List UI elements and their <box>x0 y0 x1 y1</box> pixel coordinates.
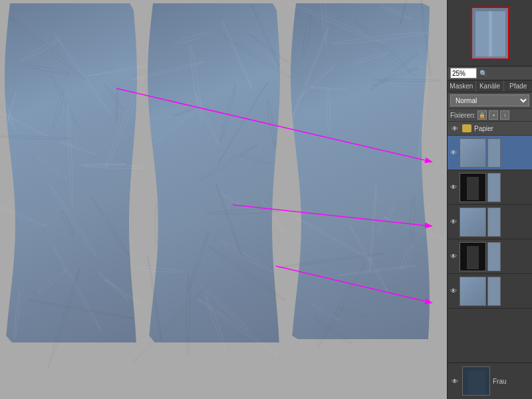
fix-row: Fixieren: 🔒 + ↕ <box>448 109 532 122</box>
tab-kanale[interactable]: Kanäle <box>476 80 505 92</box>
layer-mask-1 <box>487 138 501 168</box>
folder-icon-group <box>462 124 471 132</box>
layer-group-papier[interactable]: 👁 Papier <box>448 122 532 136</box>
blend-mode-row: Normal <box>448 92 532 109</box>
fix-label: Fixieren: <box>450 112 475 119</box>
layer-thumb-5 <box>460 277 486 306</box>
lock-icon[interactable]: 🔒 <box>477 110 487 120</box>
zoom-input[interactable] <box>450 68 477 78</box>
layers-list: 👁 👁 👁 👁 <box>448 136 532 362</box>
layers-tabs: Masken Kanäle Pfade <box>448 80 532 92</box>
zoom-percent-icon: 🔍 <box>479 70 487 77</box>
frau-label: Frau <box>493 378 507 385</box>
plus-icon[interactable]: + <box>489 110 498 120</box>
eye-icon-layer2[interactable]: 👁 <box>449 183 458 192</box>
group-name: Papier <box>474 125 529 132</box>
bottom-thumb-frau <box>462 366 490 396</box>
layer-mask-5 <box>487 277 501 306</box>
eye-icon-frau[interactable]: 👁 <box>450 376 460 386</box>
eye-icon-layer3[interactable]: 👁 <box>449 217 458 227</box>
layer-item-2[interactable]: 👁 <box>448 170 532 205</box>
layer-item-5[interactable]: 👁 <box>448 274 532 309</box>
layer-item-1[interactable]: 👁 <box>448 136 532 170</box>
blend-mode-select[interactable]: Normal <box>450 94 529 106</box>
layer-mask-3 <box>487 207 501 237</box>
eye-icon-layer4[interactable]: 👁 <box>449 252 458 261</box>
document-thumbnail-area <box>448 0 532 66</box>
main-canvas <box>0 0 447 399</box>
layer-mask-4 <box>487 242 501 271</box>
tab-pfade[interactable]: Pfade <box>504 80 532 92</box>
layer-item-3[interactable]: 👁 <box>448 205 532 239</box>
layer-thumb-4 <box>460 242 486 271</box>
document-thumbnail <box>471 7 509 60</box>
eye-icon-group[interactable]: 👁 <box>450 124 460 133</box>
eye-icon-layer1[interactable]: 👁 <box>449 148 458 158</box>
tab-masken[interactable]: Masken <box>448 80 476 92</box>
eye-icon-layer5[interactable]: 👁 <box>449 287 458 296</box>
layer-thumb-3 <box>460 207 486 237</box>
move-icon[interactable]: ↕ <box>500 110 509 120</box>
bottom-layer-frau[interactable]: 👁 Frau <box>448 362 532 399</box>
zoom-bar: 🔍 <box>448 66 532 80</box>
layer-item-4[interactable]: 👁 <box>448 239 532 274</box>
layer-thumb-2 <box>460 173 486 202</box>
layer-thumb-1 <box>460 138 486 168</box>
layer-mask-2 <box>487 173 501 202</box>
right-panel: 🔍 Masken Kanäle Pfade Normal Fixieren: 🔒… <box>447 0 532 399</box>
